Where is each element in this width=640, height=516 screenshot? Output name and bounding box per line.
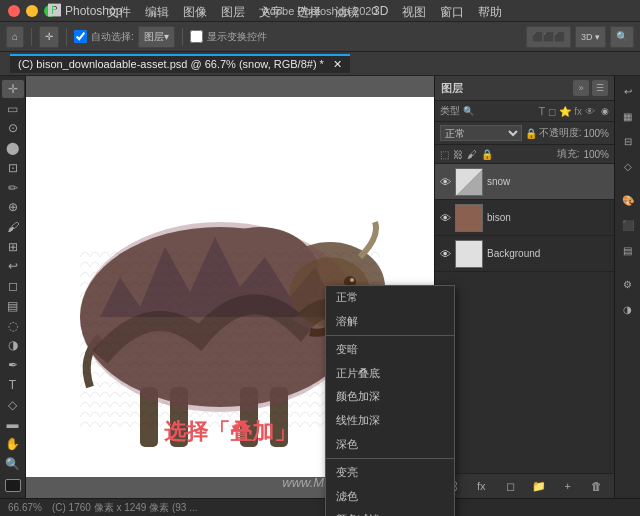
eye-icon-2[interactable]: 👁 [440, 212, 451, 224]
lock-icon-4: 🖌 [467, 149, 477, 160]
separator-2 [326, 458, 454, 459]
layers-controls: » ☰ [573, 80, 608, 96]
tab-close-icon[interactable]: ✕ [333, 58, 342, 70]
new-group-btn[interactable]: 📁 [530, 477, 548, 495]
history-panel-icon[interactable]: ↩ [617, 80, 639, 102]
layers-menu-btn[interactable]: ☰ [592, 80, 608, 96]
lasso-tool[interactable]: ⊙ [2, 119, 24, 137]
menu-help[interactable]: 帮助 [471, 3, 509, 22]
lock-icon-3: ⛓ [453, 149, 463, 160]
menu-text[interactable]: 文字 [252, 3, 290, 22]
delete-layer-btn[interactable]: 🗑 [588, 477, 606, 495]
menu-filter[interactable]: 滤镜 [328, 3, 366, 22]
crop-tool[interactable]: ⊡ [2, 159, 24, 177]
swatches-icon[interactable]: ⬛ [617, 214, 639, 236]
minimize-button[interactable] [26, 5, 38, 17]
add-mask-btn[interactable]: ◻ [501, 477, 519, 495]
add-fx-btn[interactable]: fx [472, 477, 490, 495]
blend-item-normal[interactable]: 正常 [326, 286, 454, 310]
history-tool[interactable]: ↩ [2, 258, 24, 276]
blend-mode-select[interactable]: 正常 [440, 125, 522, 141]
layers-expand-btn[interactable]: » [573, 80, 589, 96]
statusbar: 66.67% (C) 1760 像素 x 1249 像素 (93 ... [0, 498, 640, 516]
layer-thumb-3 [455, 240, 483, 268]
fill-value[interactable]: 100% [583, 149, 609, 160]
auto-select-checkbox[interactable] [74, 30, 87, 43]
filter-icon-t[interactable]: T [538, 105, 545, 117]
menu-image[interactable]: 图像 [176, 3, 214, 22]
blend-item-darker-color[interactable]: 深色 [326, 433, 454, 457]
blend-item-color-dodge[interactable]: 颜色减淡 [326, 508, 454, 516]
layers-panel: 图层 » ☰ 类型 🔍 T ◻ ⭐ fx 👁 ◉ [434, 76, 614, 498]
blend-item-color-burn[interactable]: 颜色加深 [326, 385, 454, 409]
gradient-tool[interactable]: ▤ [2, 297, 24, 315]
show-transform-checkbox[interactable] [190, 30, 203, 43]
blend-item-dissolve[interactable]: 溶解 [326, 310, 454, 334]
quick-select-tool[interactable]: ⬤ [2, 139, 24, 157]
menu-window[interactable]: 窗口 [433, 3, 471, 22]
dodge-tool[interactable]: ◑ [2, 337, 24, 355]
blur-tool[interactable]: ◌ [2, 317, 24, 335]
new-layer-btn[interactable]: + [559, 477, 577, 495]
tab-filename: (C) bison_downloadable-asset.psd @ 66.7%… [18, 58, 324, 70]
shape-tool[interactable]: ▬ [2, 415, 24, 433]
close-button[interactable] [8, 5, 20, 17]
adjustments-icon[interactable]: ◑ [617, 298, 639, 320]
marquee-tool[interactable]: ▭ [2, 100, 24, 118]
menu-view[interactable]: 视图 [395, 3, 433, 22]
zoom-tool[interactable]: 🔍 [2, 455, 24, 473]
hand-tool[interactable]: ✋ [2, 435, 24, 453]
ps-icon: 🅿 [48, 3, 61, 18]
filter-icon-fx[interactable]: fx [574, 106, 582, 117]
panel-wrapper: 图层 » ☰ 类型 🔍 T ◻ ⭐ fx 👁 ◉ [434, 76, 640, 498]
eye-icon[interactable]: 👁 [440, 176, 451, 188]
layers-panel-inner: 图层 » ☰ 类型 🔍 T ◻ ⭐ fx 👁 ◉ [435, 76, 614, 498]
layer-dropdown[interactable]: 图层 ▾ [138, 26, 175, 48]
active-tab[interactable]: (C) bison_downloadable-asset.psd @ 66.7%… [10, 54, 350, 73]
move-tool-btn[interactable]: ✛ [2, 80, 24, 98]
brush-tool[interactable]: 🖌 [2, 218, 24, 236]
paths-icon[interactable]: ◇ [617, 155, 639, 177]
menu-layer[interactable]: 图层 [214, 3, 252, 22]
move-tool[interactable]: ✛ [39, 26, 59, 48]
blend-item-multiply[interactable]: 正片叠底 [326, 362, 454, 386]
clone-tool[interactable]: ⊞ [2, 238, 24, 256]
text-tool[interactable]: T [2, 376, 24, 394]
blend-item-lighten[interactable]: 变亮 [326, 461, 454, 485]
filter-icon-star[interactable]: ⭐ [559, 106, 571, 117]
channels-icon[interactable]: ⊟ [617, 130, 639, 152]
path-tool[interactable]: ◇ [2, 396, 24, 414]
menu-file[interactable]: 文件 [100, 3, 138, 22]
eyedropper-tool[interactable]: ✏ [2, 179, 24, 197]
layers-icon[interactable]: ▦ [617, 105, 639, 127]
auto-select-label: 自动选择: [91, 30, 134, 44]
layers-footer: ⛓ fx ◻ 📁 + 🗑 [435, 473, 614, 498]
blend-item-darken[interactable]: 变暗 [326, 338, 454, 362]
d3-mode[interactable]: 3D ▾ [575, 26, 606, 48]
layers-list: 👁 snow 👁 bison 👁 Background [435, 164, 614, 473]
foreground-color[interactable] [5, 479, 21, 492]
menu-edit[interactable]: 编辑 [138, 3, 176, 22]
menu-3d[interactable]: 3D [366, 3, 395, 22]
filter-icon-eye[interactable]: 👁 [585, 106, 595, 117]
home-btn[interactable]: ⌂ [6, 26, 24, 48]
filter-toggle[interactable]: ◉ [601, 106, 609, 116]
gradient-icon[interactable]: ▤ [617, 239, 639, 261]
heal-tool[interactable]: ⊕ [2, 198, 24, 216]
list-item[interactable]: 👁 Background [435, 236, 614, 272]
search-btn[interactable]: 🔍 [610, 26, 634, 48]
eraser-tool[interactable]: ◻ [2, 277, 24, 295]
list-item[interactable]: 👁 bison [435, 200, 614, 236]
color-icon[interactable]: 🎨 [617, 189, 639, 211]
blend-item-linear-burn[interactable]: 线性加深 [326, 409, 454, 433]
blend-item-screen[interactable]: 滤色 [326, 485, 454, 509]
align-tools[interactable]: ⬛⬛⬛ [526, 26, 571, 48]
layer-thumb [455, 168, 483, 196]
list-item[interactable]: 👁 snow [435, 164, 614, 200]
pen-tool[interactable]: ✒ [2, 356, 24, 374]
eye-icon-3[interactable]: 👁 [440, 248, 451, 260]
opacity-value[interactable]: 100% [583, 128, 609, 139]
menu-select[interactable]: 选择 [290, 3, 328, 22]
properties-icon[interactable]: ⚙ [617, 273, 639, 295]
filter-icon-shape[interactable]: ◻ [548, 106, 556, 117]
